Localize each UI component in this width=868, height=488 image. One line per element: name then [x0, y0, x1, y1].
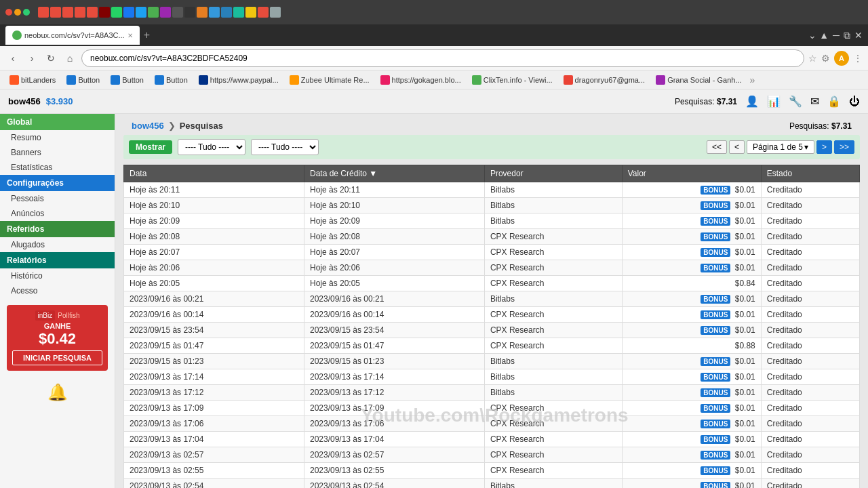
- cell-provider: Bitlabs: [484, 385, 622, 401]
- sidebar-item-alugados[interactable]: Alugados: [0, 237, 115, 252]
- filter-select-1[interactable]: ---- Tudo ----: [178, 139, 245, 155]
- bookmark-clixten[interactable]: ClixTen.info - Viewi...: [468, 74, 557, 86]
- minimize-icon[interactable]: ─: [833, 30, 840, 41]
- cell-provider: CPX Research: [484, 245, 622, 260]
- sidebar-category-relatorios[interactable]: Relatórios: [0, 252, 115, 268]
- cell-state: Creditado: [761, 245, 859, 260]
- cell-credit-date: Hoje às 20:06: [304, 260, 484, 276]
- cell-date: 2023/09/13 às 02:55: [124, 463, 304, 479]
- browser-tab-bar: neobux.com/c/sv?vt=A8A3C... ✕ + ⌄ ▲ ─ ⧉ …: [0, 24, 868, 46]
- cell-provider: CPX Research: [484, 401, 622, 416]
- cell-date: 2023/09/15 às 23:54: [124, 323, 304, 338]
- table-row: 2023/09/16 às 00:14 2023/09/16 às 00:14 …: [124, 307, 860, 323]
- header-right: Pesquisas: $7.31 👤 📊 🔧 ✉ 🔒 ⏻: [675, 95, 860, 108]
- close-window-icon[interactable]: ✕: [854, 30, 863, 41]
- page-dropdown-icon[interactable]: ▾: [804, 142, 808, 152]
- bookmark-label: Button: [78, 76, 100, 84]
- cell-credit-date: Hoje às 20:08: [304, 229, 484, 245]
- sidebar-category-global[interactable]: Global: [0, 114, 115, 130]
- forward-button[interactable]: ›: [24, 51, 39, 66]
- cell-provider: CPX Research: [484, 463, 622, 479]
- back-button[interactable]: ‹: [5, 51, 20, 66]
- mail-icon[interactable]: ✉: [810, 95, 819, 108]
- next-page-button[interactable]: >: [816, 140, 832, 154]
- cell-credit-date: 2023/09/13 às 17:14: [304, 369, 484, 385]
- cell-credit-date: Hoje às 20:09: [304, 214, 484, 229]
- filter-label: Mostrar: [129, 140, 172, 154]
- bookmark-btn3[interactable]: Button: [151, 74, 192, 86]
- cell-state: Creditado: [761, 229, 859, 245]
- cell-state: Creditado: [761, 307, 859, 323]
- bookmark-star-icon[interactable]: ☆: [808, 53, 817, 64]
- cell-provider: CPX Research: [484, 432, 622, 447]
- sidebar-item-resumo[interactable]: Resumo: [0, 130, 115, 145]
- user-icon[interactable]: 👤: [745, 95, 759, 108]
- cell-date: 2023/09/16 às 00:21: [124, 291, 304, 307]
- bookmark-btn1[interactable]: Button: [62, 74, 104, 86]
- cell-date: 2023/09/13 às 17:14: [124, 369, 304, 385]
- sidebar-item-banners[interactable]: Banners: [0, 145, 115, 160]
- bookmarks-bar: bitLanders Button Button Button https://…: [0, 70, 868, 89]
- page-info-text: Página 1 de 5: [753, 142, 803, 152]
- profile-avatar[interactable]: A: [834, 51, 849, 66]
- filter-select-2[interactable]: ---- Tudo ----: [251, 139, 319, 155]
- cell-date: 2023/09/13 às 17:04: [124, 432, 304, 447]
- tab-close-icon[interactable]: ✕: [127, 32, 133, 39]
- bookmark-grana[interactable]: Grana Social - Ganh...: [652, 74, 745, 86]
- cell-value: $0.84: [622, 276, 761, 291]
- header-balance: $3.930: [46, 96, 73, 106]
- sidebar-category-referidos[interactable]: Referidos: [0, 221, 115, 237]
- power-icon[interactable]: ⏻: [849, 96, 860, 108]
- cell-date: Hoje às 20:05: [124, 276, 304, 291]
- sidebar-item-historico[interactable]: Histórico: [0, 268, 115, 283]
- cell-provider: CPX Research: [484, 323, 622, 338]
- cell-value: BONUS $0.01: [622, 432, 761, 447]
- cell-date: Hoje às 20:09: [124, 214, 304, 229]
- chart-icon[interactable]: 📊: [767, 95, 781, 108]
- address-bar[interactable]: [81, 49, 804, 67]
- home-button[interactable]: ⌂: [62, 51, 77, 66]
- refresh-button[interactable]: ↻: [43, 51, 58, 66]
- bookmark-gokagen[interactable]: https://gokagen.blo...: [376, 74, 465, 86]
- prev-page-button[interactable]: <: [729, 140, 745, 154]
- extensions-icon[interactable]: ⚙: [821, 53, 830, 64]
- lock-icon[interactable]: 🔒: [827, 95, 841, 108]
- menu-icon[interactable]: ⋮: [853, 53, 863, 64]
- btn2-icon: [111, 75, 120, 85]
- sidebar-item-anuncios[interactable]: Anúncios: [0, 206, 115, 221]
- cell-provider: Bitlabs: [484, 354, 622, 369]
- bookmark-dragon[interactable]: dragonryu67@gma...: [559, 74, 650, 86]
- cell-value: BONUS $0.01: [622, 354, 761, 369]
- cell-provider: Bitlabs: [484, 214, 622, 229]
- restore-icon[interactable]: ⧉: [844, 30, 850, 41]
- bookmark-paypal[interactable]: https://www.paypal...: [195, 74, 283, 86]
- last-page-button[interactable]: >>: [834, 140, 854, 154]
- col-provider: Provedor: [484, 165, 622, 182]
- active-tab[interactable]: neobux.com/c/sv?vt=A8A3C... ✕: [5, 26, 140, 45]
- site-header: bow456 $3.930 Pesquisas: $7.31 👤 📊 🔧 ✉ 🔒…: [0, 89, 868, 114]
- col-credit-date[interactable]: Data de Crédito ▼: [304, 165, 484, 182]
- sidebar-item-estatisticas[interactable]: Estatísticas: [0, 160, 115, 175]
- new-tab-button[interactable]: +: [144, 29, 150, 41]
- sidebar-category-config[interactable]: Configurações: [0, 175, 115, 191]
- cell-date: 2023/09/16 às 00:14: [124, 307, 304, 323]
- bonus-badge: BONUS: [701, 482, 730, 488]
- bookmark-zubee[interactable]: Zubee Ultimate Re...: [285, 74, 374, 86]
- cell-value: BONUS $0.01: [622, 229, 761, 245]
- breadcrumb-home[interactable]: bow456: [132, 121, 164, 131]
- sidebar-item-acesso[interactable]: Acesso: [0, 283, 115, 298]
- tools-icon[interactable]: 🔧: [789, 95, 802, 108]
- first-page-button[interactable]: <<: [707, 140, 727, 154]
- start-survey-button[interactable]: INICIAR PESQUISA: [12, 350, 102, 365]
- bookmark-btn2[interactable]: Button: [106, 74, 148, 86]
- bookmarks-more[interactable]: »: [750, 75, 755, 85]
- table-row: 2023/09/15 às 01:47 2023/09/15 às 01:47 …: [124, 338, 860, 354]
- cell-state: Creditado: [761, 291, 859, 307]
- sidebar-item-pessoais[interactable]: Pessoais: [0, 191, 115, 206]
- table-row: 2023/09/13 às 17:14 2023/09/13 às 17:14 …: [124, 369, 860, 385]
- bookmark-bitlanders[interactable]: bitLanders: [5, 74, 60, 86]
- table-row: 2023/09/13 às 02:57 2023/09/13 às 02:57 …: [124, 447, 860, 463]
- cell-credit-date: 2023/09/13 às 17:04: [304, 432, 484, 447]
- table-wrapper: Data Data de Crédito ▼ Provedor Valor Es…: [123, 165, 860, 488]
- cell-state: Creditado: [761, 198, 859, 214]
